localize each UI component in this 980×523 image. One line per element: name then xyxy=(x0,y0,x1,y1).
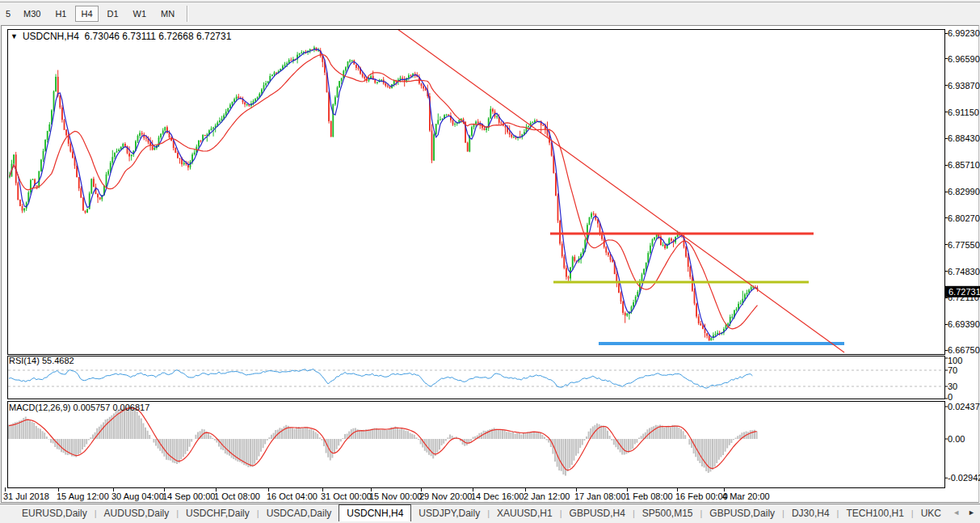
tab-xauusd-h1[interactable]: XAUUSD,H1 xyxy=(490,504,560,521)
tab-dj30-h4[interactable]: DJ30,H4 xyxy=(784,504,837,521)
svg-text:6.80270: 6.80270 xyxy=(948,213,980,223)
toolbar-separator xyxy=(187,6,188,22)
tab-gbpusd-daily[interactable]: GBPUSD,Daily xyxy=(702,504,782,521)
svg-text:6.88430: 6.88430 xyxy=(948,133,980,143)
svg-text:-0.029423: -0.029423 xyxy=(948,473,980,483)
svg-text:70: 70 xyxy=(948,365,957,375)
svg-text:6.72731: 6.72731 xyxy=(948,287,980,297)
macd-axis: 0.0243720.00-0.029423 xyxy=(944,402,980,483)
upper-toolbar-edge xyxy=(0,0,980,2)
tab-gbpusd-h4[interactable]: GBPUSD,H4 xyxy=(562,504,633,521)
svg-text:15 Nov 00:00: 15 Nov 00:00 xyxy=(369,491,422,501)
svg-text:4 Mar 20:00: 4 Mar 20:00 xyxy=(722,491,770,501)
svg-text:6.74830: 6.74830 xyxy=(948,267,980,276)
tab-usdjpy-daily[interactable]: USDJPY,Daily xyxy=(411,504,487,521)
tf-button-h1[interactable]: H1 xyxy=(49,6,72,22)
chart-tab-bar: EURUSD,Daily|AUDUSD,Daily|USDCHF,Daily|U… xyxy=(0,504,980,521)
tf-button-5[interactable]: 5 xyxy=(3,6,15,22)
svg-text:6.69390: 6.69390 xyxy=(948,319,980,329)
chart-workspace[interactable]: 6.992306.965906.938706.911506.884306.857… xyxy=(1,25,979,503)
tab-audusd-daily[interactable]: AUDUSD,Daily xyxy=(97,504,177,521)
svg-text:0.024372: 0.024372 xyxy=(948,402,980,411)
svg-text:6.82990: 6.82990 xyxy=(948,187,980,196)
svg-text:14 Sep 00:00: 14 Sep 00:00 xyxy=(162,491,215,501)
tf-button-m30[interactable]: M30 xyxy=(18,6,46,22)
chart-symbol-label: USDCNH,H4 xyxy=(23,31,79,42)
svg-text:2 Jan 12:00: 2 Jan 12:00 xyxy=(524,491,570,501)
tf-button-d1[interactable]: D1 xyxy=(102,6,124,22)
svg-text:16 Oct 04:00: 16 Oct 04:00 xyxy=(267,491,318,501)
time-axis: 31 Jul 201815 Aug 12:0030 Aug 04:0014 Se… xyxy=(3,487,770,501)
svg-text:100: 100 xyxy=(948,356,962,365)
tab-eurusd-daily[interactable]: EURUSD,Daily xyxy=(15,504,95,521)
tab-usdcad-daily[interactable]: USDCAD,Daily xyxy=(259,504,339,521)
chart-ohlc-values: 6.73046 6.73111 6.72668 6.72731 xyxy=(85,31,232,42)
panel-frames xyxy=(7,29,944,487)
tab-scroll-arrows: ◄ ► xyxy=(953,505,975,520)
svg-text:15 Aug 12:00: 15 Aug 12:00 xyxy=(57,491,109,501)
mt4-window: 5M30H1H4D1W1MN 6.992306.965906.938706.91… xyxy=(0,0,980,523)
svg-text:0.00: 0.00 xyxy=(948,434,965,444)
tab-scroll-right-icon[interactable]: ► xyxy=(968,508,975,517)
tf-button-w1[interactable]: W1 xyxy=(128,6,153,22)
rsi-axis: 10070300 xyxy=(944,356,962,402)
svg-text:31 Oct 00:00: 31 Oct 00:00 xyxy=(321,491,372,501)
svg-text:30 Aug 04:00: 30 Aug 04:00 xyxy=(111,491,164,501)
chart-dropdown-icon[interactable]: ▼ xyxy=(11,32,18,40)
panel-divider[interactable] xyxy=(2,399,978,401)
svg-text:30: 30 xyxy=(948,382,957,391)
svg-text:17 Jan 08:00: 17 Jan 08:00 xyxy=(574,491,626,501)
svg-text:1 Oct 08:00: 1 Oct 08:00 xyxy=(214,491,260,501)
chart-canvas[interactable]: 6.992306.965906.938706.911506.884306.857… xyxy=(2,26,980,504)
macd-indicator-label: MACD(12,26,9) 0.005757 0.006817 xyxy=(9,403,149,412)
tab-usdchf-daily[interactable]: USDCHF,Daily xyxy=(179,504,257,521)
tab-ukc[interactable]: UKC xyxy=(914,504,948,521)
tab-tech100-h1[interactable]: TECH100,H1 xyxy=(839,504,911,521)
tab-sp500-m15[interactable]: SP500,M15 xyxy=(635,504,700,521)
tf-button-mn[interactable]: MN xyxy=(155,6,180,22)
svg-text:6.93870: 6.93870 xyxy=(948,81,980,91)
svg-text:14 Dec 16:00: 14 Dec 16:00 xyxy=(471,491,524,501)
svg-text:1 Feb 08:00: 1 Feb 08:00 xyxy=(625,491,673,501)
svg-text:6.99230: 6.99230 xyxy=(948,28,980,38)
timeframe-toolbar: 5M30H1H4D1W1MN xyxy=(0,3,980,24)
svg-text:6.85710: 6.85710 xyxy=(948,160,980,170)
tf-button-h4[interactable]: H4 xyxy=(75,6,98,22)
svg-text:6.91150: 6.91150 xyxy=(948,108,979,117)
tab-usdcnh-h4[interactable]: USDCNH,H4 xyxy=(339,504,411,521)
svg-text:6.77550: 6.77550 xyxy=(948,240,980,250)
svg-text:16 Feb 00:00: 16 Feb 00:00 xyxy=(675,491,728,501)
rsi-indicator-label: RSI(14) 55.4682 xyxy=(9,356,74,365)
svg-text:31 Jul 2018: 31 Jul 2018 xyxy=(3,491,49,501)
tab-scroll-left-icon[interactable]: ◄ xyxy=(953,508,960,517)
chart-title: ▼USDCNH,H4 6.73046 6.73111 6.72668 6.727… xyxy=(11,31,231,42)
price-axis: 6.992306.965906.938706.911506.884306.857… xyxy=(944,28,980,355)
svg-text:6.96590: 6.96590 xyxy=(948,54,980,64)
panel-divider[interactable] xyxy=(2,353,978,356)
svg-text:29 Nov 20:00: 29 Nov 20:00 xyxy=(419,491,472,501)
